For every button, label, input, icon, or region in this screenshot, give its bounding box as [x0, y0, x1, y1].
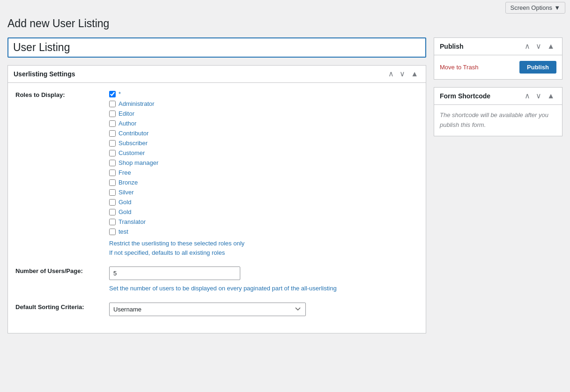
- publish-panel: Publish ∧ ∨ ▲ Move to Trash Publish: [434, 37, 563, 80]
- publish-row: Move to Trash Publish: [440, 61, 556, 74]
- checkbox-item: test: [109, 228, 418, 235]
- checkbox-item: Gold: [109, 208, 418, 215]
- role-bronze-label[interactable]: Bronze: [118, 179, 138, 186]
- role-test-label[interactable]: test: [118, 228, 128, 235]
- role-administrator-label[interactable]: Administrator: [118, 100, 155, 107]
- settings-panel: Userlisting Settings ∧ ∨ ▲ Roles to Disp…: [7, 65, 426, 333]
- role-silver-label[interactable]: Silver: [118, 189, 134, 196]
- role-silver-checkbox[interactable]: [109, 189, 116, 196]
- role-gold1-label[interactable]: Gold: [118, 199, 131, 206]
- checkbox-item: Customer: [109, 149, 418, 156]
- sorting-label: Default Sorting Criteria:: [15, 303, 109, 316]
- checkbox-item: Editor: [109, 110, 418, 117]
- shortcode-panel-header: Form Shortcode ∧ ∨ ▲: [434, 88, 562, 105]
- shortcode-text: The shortcode will be available after yo…: [440, 111, 556, 130]
- roles-help-line1: Restrict the userlisting to these select…: [109, 239, 418, 248]
- panel-body: Roles to Display: *AdministratorEditorAu…: [8, 83, 426, 333]
- role-translator-label[interactable]: Translator: [118, 218, 146, 225]
- top-bar: Screen Options ▼: [0, 0, 570, 15]
- shortcode-up-button[interactable]: ∧: [523, 91, 532, 101]
- shortcode-down-button[interactable]: ∨: [534, 91, 543, 101]
- panel-header: Userlisting Settings ∧ ∨ ▲: [8, 66, 426, 83]
- sorting-field-content: UsernameEmailFirst NameLast NameDate Reg…: [109, 303, 418, 316]
- role-administrator-checkbox[interactable]: [109, 101, 116, 107]
- shortcode-panel-title: Form Shortcode: [440, 92, 490, 100]
- users-per-page-help: Set the number of users to be displayed …: [109, 284, 418, 293]
- users-per-page-field-row: Number of Users/Page: Set the number of …: [15, 266, 418, 293]
- role-translator-checkbox[interactable]: [109, 219, 116, 225]
- shortcode-collapse-button[interactable]: ▲: [545, 91, 556, 101]
- roles-help-line2: If not specified, defaults to all existi…: [109, 248, 418, 258]
- checkbox-item: *: [109, 90, 418, 97]
- role-bronze-checkbox[interactable]: [109, 179, 116, 186]
- checkbox-item: Subscriber: [109, 140, 418, 147]
- checkbox-item: Silver: [109, 189, 418, 196]
- sorting-field-row: Default Sorting Criteria: UsernameEmailF…: [15, 303, 418, 316]
- checkbox-item: Bronze: [109, 179, 418, 186]
- page-title: Add new User Listing: [7, 15, 563, 32]
- panel-collapse-button[interactable]: ▲: [409, 69, 420, 79]
- main-layout: Userlisting Settings ∧ ∨ ▲ Roles to Disp…: [0, 37, 570, 341]
- panel-controls: ∧ ∨ ▲: [386, 69, 420, 79]
- checkbox-item: Gold: [109, 199, 418, 206]
- publish-button[interactable]: Publish: [519, 61, 556, 74]
- checkbox-list: *AdministratorEditorAuthorContributorSub…: [109, 90, 418, 235]
- publish-panel-header: Publish ∧ ∨ ▲: [434, 38, 562, 55]
- role-subscriber-label[interactable]: Subscriber: [118, 140, 148, 147]
- publish-down-button[interactable]: ∨: [534, 42, 543, 51]
- role-author-checkbox[interactable]: [109, 120, 116, 127]
- panel-up-button[interactable]: ∧: [386, 69, 396, 79]
- role-gold2-label[interactable]: Gold: [118, 208, 131, 215]
- title-input[interactable]: [7, 37, 426, 58]
- publish-up-button[interactable]: ∧: [523, 42, 532, 51]
- role-shop-manager-label[interactable]: Shop manager: [118, 159, 158, 166]
- role-gold1-checkbox[interactable]: [109, 199, 116, 206]
- role-customer-checkbox[interactable]: [109, 150, 116, 156]
- users-per-page-label: Number of Users/Page:: [15, 266, 109, 293]
- roles-field-content: *AdministratorEditorAuthorContributorSub…: [109, 90, 418, 257]
- screen-options-button[interactable]: Screen Options ▼: [505, 2, 565, 14]
- role-editor-checkbox[interactable]: [109, 111, 116, 117]
- publish-panel-body: Move to Trash Publish: [434, 55, 562, 79]
- move-to-trash-link[interactable]: Move to Trash: [440, 64, 478, 71]
- role-test-checkbox[interactable]: [109, 229, 116, 235]
- roles-label: Roles to Display:: [15, 90, 109, 257]
- publish-collapse-button[interactable]: ▲: [545, 42, 556, 51]
- checkbox-item: Contributor: [109, 130, 418, 137]
- users-per-page-input[interactable]: [109, 266, 240, 280]
- shortcode-panel-controls: ∧ ∨ ▲: [523, 91, 556, 101]
- users-per-page-field-content: Set the number of users to be displayed …: [109, 266, 418, 293]
- role-customer-label[interactable]: Customer: [118, 149, 145, 156]
- roles-help-text: Restrict the userlisting to these select…: [109, 239, 418, 257]
- role-author-label[interactable]: Author: [118, 120, 136, 127]
- role-shop-manager-checkbox[interactable]: [109, 160, 116, 166]
- checkbox-item: Shop manager: [109, 159, 418, 166]
- sorting-select[interactable]: UsernameEmailFirst NameLast NameDate Reg…: [109, 303, 306, 316]
- roles-field-row: Roles to Display: *AdministratorEditorAu…: [15, 90, 418, 257]
- checkbox-item: Free: [109, 169, 418, 176]
- screen-options-chevron: ▼: [554, 4, 560, 11]
- sidebar: Publish ∧ ∨ ▲ Move to Trash Publish Form…: [434, 37, 563, 333]
- role-all-label[interactable]: *: [118, 90, 121, 97]
- checkbox-item: Translator: [109, 218, 418, 225]
- shortcode-panel-body: The shortcode will be available after yo…: [434, 105, 562, 136]
- publish-panel-title: Publish: [440, 43, 464, 50]
- screen-options-label: Screen Options: [511, 4, 553, 11]
- settings-panel-title: Userlisting Settings: [14, 70, 75, 78]
- role-gold2-checkbox[interactable]: [109, 209, 116, 215]
- shortcode-panel: Form Shortcode ∧ ∨ ▲ The shortcode will …: [434, 87, 563, 136]
- role-all-checkbox[interactable]: [109, 91, 116, 97]
- role-free-checkbox[interactable]: [109, 170, 116, 176]
- role-contributor-checkbox[interactable]: [109, 130, 116, 137]
- content-area: Userlisting Settings ∧ ∨ ▲ Roles to Disp…: [7, 37, 426, 333]
- publish-panel-controls: ∧ ∨ ▲: [523, 42, 556, 51]
- role-free-label[interactable]: Free: [118, 169, 131, 176]
- checkbox-item: Author: [109, 120, 418, 127]
- role-contributor-label[interactable]: Contributor: [118, 130, 148, 137]
- role-editor-label[interactable]: Editor: [118, 110, 134, 117]
- role-subscriber-checkbox[interactable]: [109, 140, 116, 147]
- checkbox-item: Administrator: [109, 100, 418, 107]
- panel-down-button[interactable]: ∨: [398, 69, 407, 79]
